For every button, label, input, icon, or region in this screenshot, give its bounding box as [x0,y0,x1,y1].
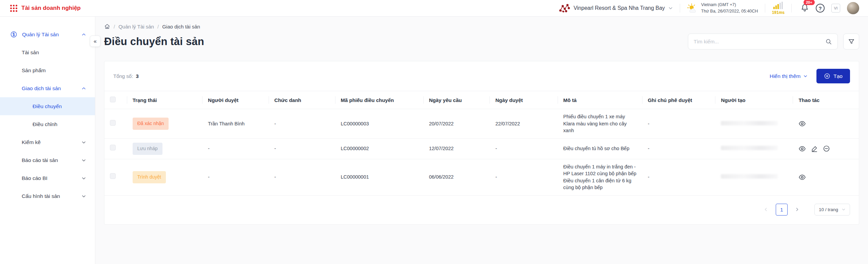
sidebar-item-quan-ly-tai-san[interactable]: Quản lý Tài sản [0,25,95,43]
topbar-right: Vinpearl Resort & Spa Nha Trang Bay [559,0,859,16]
topbar: Tài sản doanh nghiệp [0,0,868,17]
avatar[interactable] [847,2,859,14]
signal-bars-icon [773,2,783,9]
status-badge: Lưu nháp [133,143,162,155]
row-checkbox[interactable] [110,173,116,179]
filter-button[interactable] [843,34,859,49]
home-icon[interactable] [104,23,110,29]
sidebar-item-bao-cao-bi[interactable]: Báo cáo BI [0,169,95,187]
cell-title-role: - [269,138,335,159]
column-header-thao-tac: Thao tác [793,91,859,109]
datetime-label: Thứ Ba, 26/07/2022, 05:40CH [701,8,758,15]
sidebar-item-label: Quản lý Tài sản [22,32,81,38]
column-header-trang-thai: Trạng thái [127,91,202,109]
latency-indicator: 191ms [772,2,785,15]
breadcrumb: / Quản lý Tài sản / Giao dịch tài sản [104,23,859,29]
page-title: Điều chuyển tài sản [104,36,204,48]
sidebar-item-label: Sản phẩm [22,67,86,74]
chevron-down-icon [668,6,673,11]
sidebar-item-tai-san[interactable]: Tài sản [0,43,95,61]
sidebar-item-giao-dich-tai-san[interactable]: Giao dịch tài sản [0,79,95,97]
divider [680,4,680,13]
breadcrumb-item[interactable]: Quản lý Tài sản [118,24,154,29]
chevron-down-icon [803,74,808,78]
sidebar-item-label: Điều chuyển [33,103,86,109]
chevron-down-icon [81,176,86,181]
cell-checkbox [104,138,127,159]
cell-approval-note: - [642,109,716,139]
show-more-link[interactable]: Hiển thị thêm [770,73,808,79]
sidebar-collapse-button[interactable]: « [90,36,100,47]
sidebar-item-dieu-chuyen[interactable]: Điều chuyển [0,97,95,115]
creator-redacted-text [721,174,778,179]
sidebar-item-label: Giao dịch tài sản [22,85,81,92]
cell-creator [715,138,793,159]
cell-actions [793,138,859,159]
sidebar-item-label: Cấu hình tài sản [22,193,81,199]
language-label: VI [834,6,837,10]
search-box [688,34,838,49]
sidebar-item-san-pham[interactable]: Sản phẩm [0,61,95,79]
sidebar: Quản lý Tài sảnTài sảnSản phẩmGiao dịch … [0,17,95,264]
row-actions [798,120,853,127]
weather-sun-cloud-icon [687,3,698,13]
page-size-select[interactable]: 10 / trang [814,204,850,216]
sidebar-item-label: Tài sản [22,49,86,56]
funnel-icon [848,38,855,45]
notifications-button[interactable]: 20+ [801,3,809,13]
pagination-page-1[interactable]: 1 [776,204,788,216]
app: Tài sản doanh nghiệp [0,0,868,264]
brand: Tài sản doanh nghiệp [10,5,81,12]
status-badge: Đã xác nhận [133,118,169,130]
view-action-eye-icon[interactable] [798,145,806,153]
table-row: Trình duyệt--LC0000000106/06/2022-Điều c… [104,159,859,195]
cell-approver: - [202,159,269,195]
pagination-next-button[interactable] [792,204,803,215]
status-badge: Trình duyệt [133,171,166,183]
search-icon[interactable] [825,38,832,45]
pagination: 1 10 / trang [104,196,859,224]
row-checkbox[interactable] [110,120,116,126]
view-action-eye-icon[interactable] [798,120,806,127]
timezone-block: Vietnam (GMT +7) Thứ Ba, 26/07/2022, 05:… [687,2,758,15]
pagination-prev-button[interactable] [760,204,772,215]
sidebar-item-dieu-chinh[interactable]: Điều chỉnh [0,115,95,133]
edit-action-edit-icon[interactable] [811,145,818,152]
help-button[interactable]: ? [816,4,825,13]
cell-description: Điều chuyển tủ hồ sơ cho Bếp [558,138,642,159]
sidebar-item-cau-hinh-tai-san[interactable]: Cấu hình tài sản [0,187,95,205]
notification-count-badge: 20+ [804,0,815,5]
column-header-ngay-yeu-cau: Ngày yêu cầu [424,91,490,109]
cell-status: Lưu nháp [127,138,202,159]
show-more-label: Hiển thị thêm [770,73,801,79]
cell-title-role: - [269,109,335,139]
apps-grid-icon[interactable] [10,5,17,12]
column-header-nguoi-tao: Người tạo [715,91,793,109]
cell-request-date: 06/06/2022 [424,159,490,195]
sidebar-item-kiem-ke[interactable]: Kiểm kê [0,133,95,151]
row-checkbox[interactable] [110,145,116,150]
cell-approval-note: - [642,159,716,195]
company-selector[interactable]: Vinpearl Resort & Spa Nha Trang Bay [559,3,673,13]
remove-action-minus-circle-icon[interactable] [823,145,830,152]
column-header-ngay-duyet: Ngày duyệt [490,91,558,109]
transfer-table: Trạng tháiNgười duyệtChức danhMã phiếu đ… [104,91,859,196]
search-input[interactable] [694,39,825,44]
cell-actions [793,159,859,195]
sidebar-item-label: Kiểm kê [22,139,81,145]
breadcrumb-separator: / [114,24,115,29]
view-action-eye-icon[interactable] [798,174,806,181]
cell-description: Điều chuyển 1 máy in trắng đen - HP Lase… [558,159,642,195]
company-name: Vinpearl Resort & Spa Nha Trang Bay [574,5,665,11]
column-header-chuc-danh: Chức danh [269,91,335,109]
breadcrumb-separator: / [157,24,159,29]
column-header-ma-phieu-dieu-chuyen: Mã phiếu điều chuyển [335,91,424,109]
chevron-down-icon [81,194,86,199]
create-button[interactable]: Tạo [816,69,850,83]
sidebar-item-bao-cao-tai-san[interactable]: Báo cáo tài sản [0,151,95,169]
language-selector[interactable]: VI [831,4,840,13]
select-all-checkbox[interactable] [110,97,116,102]
column-header-nguoi-duyet: Người duyệt [202,91,269,109]
table-header-row: Trạng tháiNgười duyệtChức danhMã phiếu đ… [104,91,859,109]
sidebar-menu: Quản lý Tài sảnTài sảnSản phẩmGiao dịch … [0,25,95,205]
